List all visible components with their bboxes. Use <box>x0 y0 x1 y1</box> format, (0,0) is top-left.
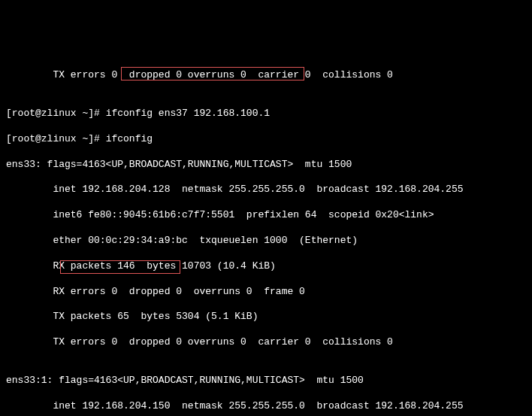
command-text: ifconfig <box>106 133 153 144</box>
terminal-output[interactable]: TX errors 0 dropped 0 overruns 0 carrier… <box>6 57 526 416</box>
output-line: RX packets 146 bytes 10703 (10.4 KiB) <box>6 260 526 273</box>
output-line: ether 00:0c:29:34:a9:bc txqueuelen 1000 … <box>6 235 526 247</box>
output-line: inet6 fe80::9045:61b6:c7f7:5501 prefixle… <box>6 209 526 222</box>
interface-header-ens33: ens33: flags=4163<UP,BROADCAST,RUNNING,M… <box>6 159 526 172</box>
output-line: inet 192.168.204.128 netmask 255.255.255… <box>6 184 526 196</box>
output-line: RX errors 0 dropped 0 overruns 0 frame 0 <box>6 286 526 299</box>
command-line: [root@zlinux ~]# ifconfig <box>6 133 526 146</box>
interface-header-ens33-1: ens33:1: flags=4163<UP,BROADCAST,RUNNING… <box>6 375 526 387</box>
command-text: ifconfig ens37 192.168.100.1 <box>106 108 270 119</box>
output-line: TX errors 0 dropped 0 overruns 0 carrier… <box>6 69 526 82</box>
output-line: inet 192.168.204.150 netmask 255.255.255… <box>6 400 526 413</box>
shell-prompt: [root@zlinux ~]# <box>6 108 106 119</box>
output-line: TX packets 65 bytes 5304 (5.1 KiB) <box>6 311 526 323</box>
output-line: TX errors 0 dropped 0 overruns 0 carrier… <box>6 336 526 349</box>
command-line: [root@zlinux ~]# ifconfig ens37 192.168.… <box>6 108 526 120</box>
shell-prompt: [root@zlinux ~]# <box>6 133 106 144</box>
